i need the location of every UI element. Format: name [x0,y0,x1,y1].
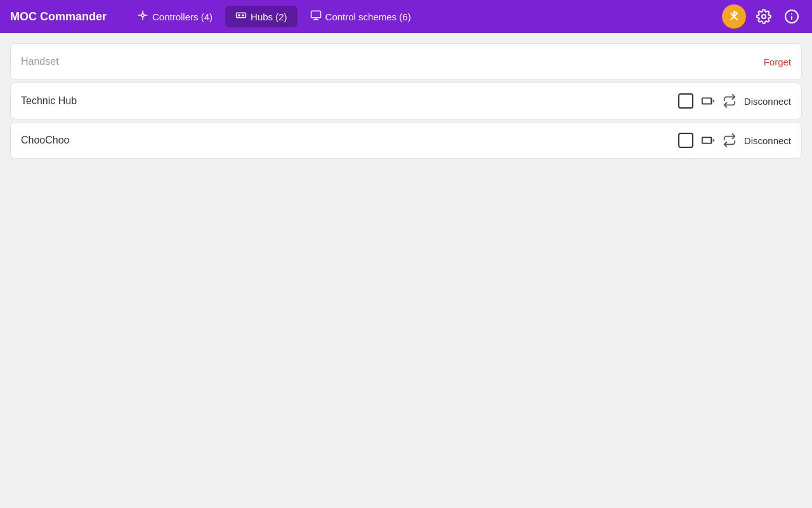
svg-point-7 [242,15,244,16]
handset-row: Handset Forget [10,43,802,80]
svg-rect-17 [702,137,712,143]
handset-name: Handset [21,56,764,67]
settings-button[interactable] [754,6,774,27]
tab-control-schemes-label: Control schemes (6) [325,11,411,22]
header: MOC Commander Controllers (4) [0,0,812,33]
svg-point-11 [762,15,766,18]
svg-rect-8 [311,11,320,18]
control-schemes-icon [310,10,322,23]
tab-hubs[interactable]: Hubs (2) [225,6,298,27]
tab-controllers-label: Controllers (4) [152,11,213,22]
hubs-icon [235,10,247,23]
tab-control-schemes[interactable]: Control schemes (6) [300,6,421,27]
forget-button[interactable]: Forget [764,57,791,67]
technic-hub-square-icon[interactable] [678,93,693,109]
bluetooth-button[interactable] [722,4,746,29]
svg-rect-5 [237,13,246,18]
technic-hub-actions: Disconnect [678,93,791,109]
svg-point-6 [239,15,240,16]
controllers-icon [137,10,148,23]
choochoo-disconnect-button[interactable]: Disconnect [744,135,791,146]
choochoo-row: ChooChoo Disconnect [10,122,802,159]
technic-hub-switch-icon [723,94,737,108]
choochoo-switch-icon [723,133,737,147]
technic-hub-disconnect-button[interactable]: Disconnect [744,96,791,107]
tab-controllers[interactable]: Controllers (4) [127,6,223,27]
technic-hub-row: Technic Hub Disconnect [10,83,802,119]
technic-hub-name: Technic Hub [21,95,678,107]
technic-hub-battery-icon [701,94,715,108]
choochoo-name: ChooChoo [21,135,678,146]
app-title: MOC Commander [10,10,107,23]
info-button[interactable] [782,6,802,27]
tab-hubs-label: Hubs (2) [251,11,287,22]
nav-tabs: Controllers (4) Hubs (2) C [127,6,717,27]
choochoo-square-icon[interactable] [678,133,693,148]
choochoo-actions: Disconnect [678,133,791,148]
choochoo-battery-icon [701,133,715,147]
header-right [722,4,802,29]
svg-rect-15 [702,98,712,104]
content: Handset Forget Technic Hub [0,33,812,508]
